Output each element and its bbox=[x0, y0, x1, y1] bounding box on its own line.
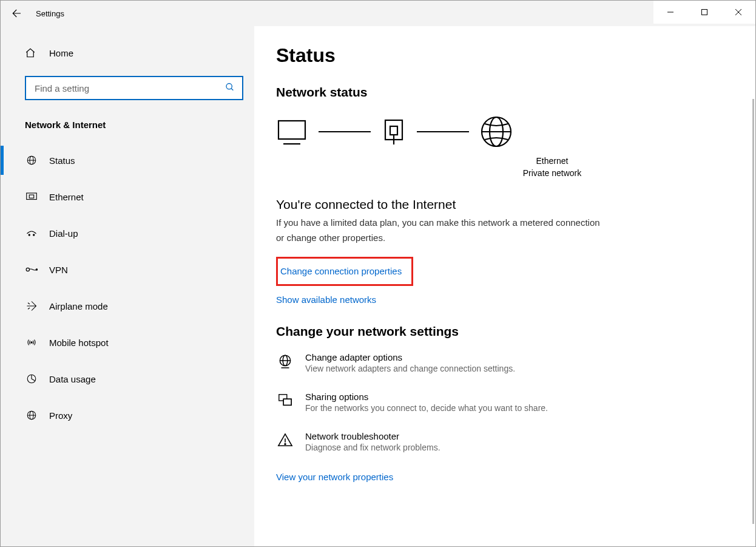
connection-label: Ethernet bbox=[366, 155, 738, 168]
vpn-icon bbox=[25, 265, 38, 274]
sidebar-item-label: Airplane mode bbox=[38, 301, 108, 311]
computer-icon bbox=[276, 118, 308, 145]
troubleshooter-icon bbox=[276, 431, 294, 448]
setting-sub: For the networks you connect to, decide … bbox=[305, 403, 738, 413]
network-status-heading: Network status bbox=[276, 85, 738, 100]
window-controls bbox=[653, 1, 755, 24]
search-input-wrap bbox=[25, 76, 243, 100]
close-icon bbox=[735, 8, 742, 16]
main-content: Status Network status Ethernet Private n… bbox=[254, 26, 755, 546]
setting-title: Network troubleshooter bbox=[305, 431, 738, 441]
setting-title: Sharing options bbox=[305, 392, 738, 402]
minimize-icon bbox=[667, 8, 674, 16]
back-arrow-icon bbox=[10, 8, 21, 19]
svg-rect-23 bbox=[390, 126, 397, 135]
svg-rect-9 bbox=[27, 193, 37, 200]
svg-point-12 bbox=[33, 234, 35, 236]
sidebar-item-label: Proxy bbox=[38, 410, 72, 421]
svg-rect-33 bbox=[283, 399, 291, 405]
vertical-scrollbar[interactable] bbox=[752, 99, 754, 524]
sidebar-item-ethernet[interactable]: Ethernet bbox=[1, 178, 254, 215]
connected-heading: You're connected to the Internet bbox=[276, 197, 738, 212]
network-type-label: Private network bbox=[366, 168, 738, 180]
setting-adapter-options[interactable]: Change adapter options View network adap… bbox=[276, 352, 738, 373]
back-button[interactable] bbox=[1, 1, 30, 26]
sidebar-item-datausage[interactable]: Data usage bbox=[1, 361, 254, 397]
hotspot-icon bbox=[25, 338, 38, 347]
ethernet-icon bbox=[25, 192, 38, 201]
sidebar-item-label: Mobile hotspot bbox=[38, 338, 109, 348]
svg-point-15 bbox=[31, 342, 32, 343]
sidebar-item-proxy[interactable]: Proxy bbox=[1, 397, 254, 433]
network-diagram bbox=[276, 112, 738, 153]
sidebar-item-label: Data usage bbox=[38, 374, 96, 384]
sidebar-item-hotspot[interactable]: Mobile hotspot bbox=[1, 324, 254, 361]
page-title: Status bbox=[276, 44, 738, 67]
settings-window: Settings Home bbox=[0, 0, 756, 547]
sidebar-home[interactable]: Home bbox=[1, 38, 254, 67]
router-icon bbox=[382, 118, 406, 146]
world-icon bbox=[480, 115, 513, 148]
setting-sub: View network adapters and change connect… bbox=[305, 364, 738, 373]
window-body: Home Network & Internet Status Ethern bbox=[1, 26, 755, 546]
highlight-annotation: Change connection properties bbox=[276, 257, 413, 287]
adapter-icon bbox=[276, 352, 294, 369]
setting-sub: Diagnose and fix network problems. bbox=[305, 443, 738, 452]
minimize-button[interactable] bbox=[653, 1, 687, 24]
sidebar-item-label: VPN bbox=[38, 265, 68, 275]
diagram-line bbox=[417, 131, 469, 132]
dialup-icon bbox=[25, 229, 38, 237]
show-available-networks-link[interactable]: Show available networks bbox=[276, 293, 376, 307]
svg-point-14 bbox=[36, 269, 37, 270]
svg-rect-10 bbox=[29, 195, 34, 198]
change-connection-properties-link[interactable]: Change connection properties bbox=[280, 265, 402, 279]
close-button[interactable] bbox=[721, 1, 755, 24]
datausage-icon bbox=[25, 373, 38, 384]
airplane-icon bbox=[25, 301, 38, 311]
globe-icon bbox=[25, 155, 38, 166]
proxy-icon bbox=[25, 410, 38, 421]
view-network-properties-link[interactable]: View your network properties bbox=[276, 471, 393, 484]
search-input[interactable] bbox=[25, 76, 243, 100]
setting-troubleshooter[interactable]: Network troubleshooter Diagnose and fix … bbox=[276, 431, 738, 452]
home-icon bbox=[25, 47, 39, 58]
window-title: Settings bbox=[30, 9, 64, 18]
sidebar-home-label: Home bbox=[39, 48, 73, 58]
setting-title: Change adapter options bbox=[305, 352, 738, 362]
maximize-icon bbox=[701, 8, 708, 16]
svg-rect-20 bbox=[278, 121, 305, 139]
sharing-icon bbox=[276, 392, 294, 409]
change-settings-heading: Change your network settings bbox=[276, 324, 738, 339]
sidebar-item-label: Dial-up bbox=[38, 228, 78, 239]
sidebar-item-dialup[interactable]: Dial-up bbox=[1, 215, 254, 251]
diagram-labels: Ethernet Private network bbox=[366, 155, 738, 179]
sidebar-item-label: Status bbox=[38, 155, 75, 166]
svg-point-13 bbox=[26, 268, 29, 271]
sidebar-item-status[interactable]: Status bbox=[1, 142, 254, 178]
titlebar: Settings bbox=[1, 1, 755, 26]
svg-point-36 bbox=[285, 443, 286, 444]
sidebar: Home Network & Internet Status Ethern bbox=[1, 26, 254, 546]
maximize-button[interactable] bbox=[687, 1, 721, 24]
sidebar-category: Network & Internet bbox=[1, 111, 254, 142]
sidebar-item-airplane[interactable]: Airplane mode bbox=[1, 288, 254, 324]
svg-rect-1 bbox=[702, 10, 707, 15]
sidebar-item-label: Ethernet bbox=[38, 192, 84, 202]
sidebar-item-vpn[interactable]: VPN bbox=[1, 251, 254, 288]
setting-sharing-options[interactable]: Sharing options For the networks you con… bbox=[276, 392, 738, 413]
svg-point-11 bbox=[29, 234, 30, 236]
diagram-line bbox=[319, 131, 371, 132]
connected-desc: If you have a limited data plan, you can… bbox=[276, 216, 604, 246]
